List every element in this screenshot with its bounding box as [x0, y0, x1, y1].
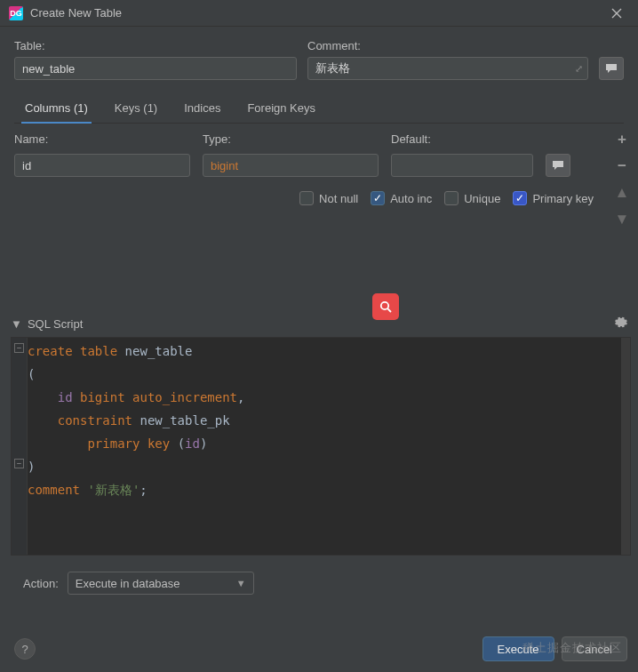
tab-foreign-keys[interactable]: Foreign Keys — [243, 96, 319, 124]
checkbox-checked-icon: ✓ — [513, 191, 527, 205]
header-form-row: Table: Comment: ⤢ — [0, 27, 638, 80]
comment-label: Comment: — [307, 39, 588, 52]
speech-bubble-icon — [605, 63, 618, 74]
dialog-footer: ? Execute Cancel — [14, 636, 627, 661]
tab-columns[interactable]: Columns (1) — [21, 96, 92, 124]
close-button[interactable] — [604, 1, 629, 26]
execute-button[interactable]: Execute — [482, 636, 554, 661]
column-flags: Not null ✓ Auto inc Unique ✓ Primary key — [14, 191, 599, 205]
gear-icon — [614, 316, 627, 329]
fold-icon[interactable]: − — [14, 459, 24, 468]
check-not-null[interactable]: Not null — [299, 191, 358, 205]
col-type-input[interactable] — [203, 154, 379, 177]
svg-line-1 — [387, 308, 391, 312]
action-row: Action: Execute in database ▼ — [23, 572, 624, 595]
tab-keys[interactable]: Keys (1) — [111, 96, 161, 124]
action-select[interactable]: Execute in database ▼ — [68, 572, 254, 595]
sql-script-header: ▼ SQL Script — [11, 316, 627, 332]
tabs: Columns (1) Keys (1) Indices Foreign Key… — [14, 96, 624, 124]
help-button[interactable]: ? — [14, 638, 36, 660]
check-primary-key[interactable]: ✓ Primary key — [513, 191, 594, 205]
title-bar: DG Create New Table — [0, 0, 638, 27]
check-auto-inc-label: Auto inc — [390, 192, 432, 205]
check-auto-inc[interactable]: ✓ Auto inc — [371, 191, 432, 205]
column-side-buttons: + − ▲ ▼ — [606, 124, 638, 312]
table-name-input[interactable] — [14, 57, 297, 80]
comment-extra-button[interactable] — [599, 57, 624, 80]
code-gutter: − − — [12, 338, 28, 555]
action-label: Action: — [23, 577, 59, 590]
check-not-null-label: Not null — [319, 192, 358, 205]
checkbox-icon — [444, 191, 459, 205]
remove-column-button[interactable]: − — [610, 156, 634, 177]
check-unique-label: Unique — [464, 192, 500, 205]
col-default-input[interactable] — [391, 154, 533, 177]
window-title: Create New Table — [30, 6, 604, 20]
check-primary-key-label: Primary key — [532, 192, 594, 205]
fold-icon[interactable]: − — [14, 343, 24, 353]
action-selected: Execute in database — [76, 577, 180, 590]
sql-editor[interactable]: − − create table new_table ( id bigint a… — [11, 337, 631, 556]
column-editor: Name: Type: Default: Not null — [14, 124, 638, 312]
sql-script-title: SQL Script — [28, 317, 614, 331]
search-badge[interactable] — [372, 293, 399, 320]
code-scrollbar[interactable] — [621, 338, 630, 555]
collapse-toggle[interactable]: ▼ — [11, 317, 22, 331]
comment-input[interactable] — [307, 57, 588, 80]
move-up-button[interactable]: ▲ — [610, 182, 634, 204]
col-default-label: Default: — [391, 132, 533, 146]
speech-bubble-icon — [552, 160, 564, 171]
code-content: create table new_table ( id bigint auto_… — [28, 340, 621, 501]
check-unique[interactable]: Unique — [444, 191, 500, 205]
col-name-label: Name: — [14, 132, 190, 146]
chevron-down-icon: ▼ — [236, 578, 246, 588]
add-column-button[interactable]: + — [610, 129, 634, 150]
svg-point-0 — [381, 302, 388, 309]
table-label: Table: — [14, 39, 297, 52]
move-down-button[interactable]: ▼ — [610, 209, 634, 230]
search-icon — [379, 300, 393, 314]
col-type-label: Type: — [203, 132, 379, 146]
checkbox-icon — [299, 191, 314, 205]
tab-indices[interactable]: Indices — [180, 96, 224, 124]
col-default-extra-button[interactable] — [546, 154, 570, 177]
close-icon — [611, 8, 622, 19]
col-name-input[interactable] — [14, 154, 190, 177]
cancel-button[interactable]: Cancel — [562, 636, 627, 661]
checkbox-checked-icon: ✓ — [371, 191, 385, 205]
sql-settings-button[interactable] — [614, 316, 627, 332]
app-icon: DG — [9, 6, 23, 20]
